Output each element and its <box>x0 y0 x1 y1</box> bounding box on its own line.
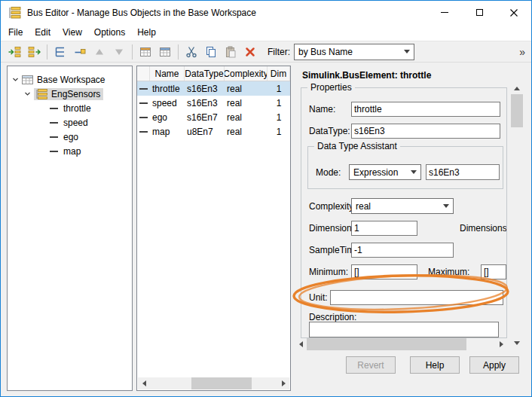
scrollbar-thumb[interactable] <box>511 94 523 127</box>
scroll-left-button[interactable] <box>295 338 307 350</box>
complexity-label: Complexity: <box>309 201 356 212</box>
tree-item-throttle[interactable]: throttle <box>8 101 132 115</box>
tree-item-base-workspace[interactable]: Base Workspace <box>8 72 132 87</box>
toolbar-separator <box>178 44 179 60</box>
bus-element-icon <box>50 136 58 138</box>
tree-item-ego[interactable]: ego <box>8 130 132 144</box>
insert-bus-element-button[interactable] <box>71 43 89 60</box>
maximize-button[interactable] <box>462 1 497 24</box>
toolbar: Filter: by Bus Name » <box>1 41 531 63</box>
insert-bus-element-icon <box>74 46 86 58</box>
arrow-down-icon <box>514 341 520 345</box>
scroll-down-button[interactable] <box>511 337 523 349</box>
insert-bus-button[interactable] <box>51 43 69 60</box>
menu-edit[interactable]: Edit <box>29 26 57 39</box>
apply-button[interactable]: Apply <box>469 356 519 374</box>
bus-element-icon <box>139 88 148 90</box>
column-header-datatype[interactable]: DataType <box>185 66 225 81</box>
window-title: Bus Editor - Manage Bus Objects in the B… <box>27 8 256 18</box>
toolbar-separator <box>47 44 47 60</box>
column-header-icon <box>137 66 150 81</box>
tree-item-map[interactable]: map <box>8 144 132 158</box>
maximum-field[interactable] <box>481 264 506 279</box>
cell-datatype: u8En7 <box>185 127 225 137</box>
unit-field[interactable] <box>330 290 503 305</box>
paste-button[interactable] <box>222 43 240 60</box>
menu-options[interactable]: Options <box>88 26 131 39</box>
description-field[interactable] <box>309 322 499 337</box>
dropdown-arrow-icon <box>411 170 417 174</box>
bus-element-icon <box>50 122 58 124</box>
tree-item-speed[interactable]: speed <box>8 115 132 130</box>
cell-datatype: s16En7 <box>185 112 225 123</box>
tree-item-engsensors[interactable]: EngSensors <box>8 87 132 101</box>
properties-vertical-scrollbar[interactable] <box>511 82 523 349</box>
menu-help[interactable]: Help <box>131 26 162 39</box>
mode-dropdown[interactable]: Expression <box>349 164 421 180</box>
chevron-down-icon[interactable] <box>12 76 19 83</box>
move-down-icon <box>114 47 124 57</box>
table-horizontal-scrollbar[interactable] <box>138 377 289 389</box>
table-view-2-button[interactable] <box>156 43 174 60</box>
menu-view[interactable]: View <box>57 26 88 39</box>
table-row-speed[interactable]: speed s16En3 real 1 <box>137 96 290 110</box>
bus-element-icon <box>50 151 58 152</box>
bus-editor-window: Bus Editor - Manage Bus Objects in the B… <box>0 0 532 397</box>
dimensions-field[interactable] <box>351 221 417 236</box>
mode-expression-field[interactable] <box>426 164 500 180</box>
title-bar[interactable]: Bus Editor - Manage Bus Objects in the B… <box>1 1 531 24</box>
table-row-throttle[interactable]: throttle s16En3 real 1 <box>137 81 290 96</box>
filter-dropdown[interactable]: by Bus Name <box>294 44 414 60</box>
move-element-up-button[interactable] <box>90 43 109 60</box>
name-field[interactable] <box>351 102 500 117</box>
scroll-right-button[interactable] <box>277 377 289 389</box>
delete-button[interactable] <box>241 43 259 60</box>
arrow-left-icon <box>142 380 146 386</box>
complexity-dropdown[interactable]: real <box>351 198 454 214</box>
scroll-left-button[interactable] <box>138 377 150 389</box>
table-blue-icon <box>159 46 171 58</box>
cell-name: speed <box>150 98 185 108</box>
mode-label: Mode: <box>316 167 341 178</box>
help-button[interactable]: Help <box>410 356 460 374</box>
cut-icon <box>185 46 197 58</box>
properties-group: Properties Name: DataType: Data Type Ass… <box>301 87 507 338</box>
scrollbar-thumb[interactable] <box>307 338 466 350</box>
table-row-map[interactable]: map u8En7 real 1 <box>137 124 290 139</box>
scroll-right-button[interactable] <box>495 338 507 350</box>
pane-title: Simulink.BusElement: throttle <box>302 70 431 81</box>
cell-name: throttle <box>150 84 185 94</box>
bus-icon <box>35 89 47 99</box>
menu-file[interactable]: File <box>2 26 29 39</box>
move-element-down-button[interactable] <box>110 43 128 60</box>
cut-button[interactable] <box>182 43 200 60</box>
table-view-1-button[interactable] <box>136 43 154 60</box>
tree-label: EngSensors <box>51 89 100 99</box>
bus-hierarchy-tree: Base Workspace EngSensors throttle sp <box>7 66 133 391</box>
scroll-up-button[interactable] <box>511 82 523 94</box>
scrollbar-thumb[interactable] <box>191 377 252 389</box>
import-into-workspace-button[interactable] <box>5 43 23 60</box>
filter-dropdown-value: by Bus Name <box>295 47 404 57</box>
toolbar-overflow-chevron[interactable]: » <box>517 46 527 58</box>
table-row-ego[interactable]: ego s16En7 real 1 <box>137 110 290 124</box>
minimize-button[interactable] <box>427 1 462 24</box>
column-header-name[interactable]: Name <box>150 66 185 81</box>
column-header-dimensions[interactable]: Dim <box>268 66 290 81</box>
close-icon <box>510 9 518 17</box>
copy-button[interactable] <box>202 43 220 60</box>
properties-horizontal-scrollbar[interactable] <box>295 338 507 350</box>
close-button[interactable] <box>497 1 531 24</box>
minimum-field[interactable] <box>351 264 417 279</box>
unit-label: Unit: <box>309 292 328 303</box>
datatype-field[interactable] <box>351 124 500 139</box>
bus-element-icon <box>139 131 148 133</box>
cell-dimensions: 1 <box>268 127 290 137</box>
maximum-label: Maximum: <box>428 267 469 277</box>
sampletime-field[interactable] <box>351 243 454 258</box>
cell-dimensions: 1 <box>268 84 290 94</box>
chevron-down-icon[interactable] <box>24 90 31 97</box>
dimensions-mode-label: DimensionsMo <box>460 223 506 234</box>
export-to-file-button[interactable] <box>25 43 43 60</box>
column-header-complexity[interactable]: Complexity <box>225 66 268 81</box>
